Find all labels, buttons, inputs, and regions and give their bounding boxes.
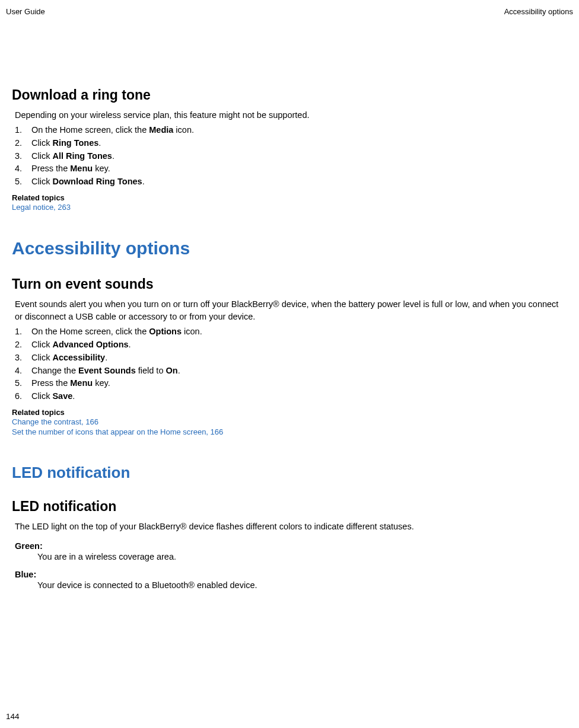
- section2-intro: Event sounds alert you when you turn on …: [12, 298, 567, 323]
- definition: You are in a wireless coverage area.: [15, 552, 567, 561]
- related-heading: Related topics: [12, 408, 567, 417]
- section1-intro: Depending on your wireless service plan,…: [12, 109, 567, 122]
- step: Click Ring Tones.: [15, 137, 567, 150]
- section3-major: LED notification: [12, 464, 567, 482]
- step: Press the Menu key.: [15, 162, 567, 175]
- header-left: User Guide: [6, 7, 45, 16]
- section1-steps: On the Home screen, click the Media icon…: [12, 124, 567, 189]
- step: Press the Menu key.: [15, 377, 567, 390]
- step: Click Accessibility.: [15, 352, 567, 365]
- step: Click Save.: [15, 390, 567, 403]
- page-number: 144: [6, 712, 20, 721]
- step: On the Home screen, click the Media icon…: [15, 124, 567, 137]
- step: Click All Ring Tones.: [15, 150, 567, 163]
- section1-related: Related topics Legal notice, 263: [12, 193, 567, 213]
- section1-title: Download a ring tone: [12, 87, 567, 103]
- section3-intro: The LED light on the top of your BlackBe…: [12, 521, 567, 533]
- step: Click Advanced Options.: [15, 339, 567, 352]
- related-link[interactable]: Change the contrast, 166: [12, 417, 567, 427]
- section2-title: Turn on event sounds: [12, 276, 567, 292]
- related-heading: Related topics: [12, 193, 567, 202]
- section2-major: Accessibility options: [12, 238, 567, 258]
- section2-steps: On the Home screen, click the Options ic…: [12, 325, 567, 403]
- step: Click Download Ring Tones.: [15, 175, 567, 189]
- related-link[interactable]: Legal notice, 263: [12, 202, 567, 213]
- step: Change the Event Sounds field to On.: [15, 365, 567, 378]
- header-right: Accessibility options: [504, 7, 573, 16]
- related-link[interactable]: Set the number of icons that appear on t…: [12, 427, 567, 438]
- term: Green:: [15, 541, 567, 551]
- step: On the Home screen, click the Options ic…: [15, 325, 567, 339]
- definition-list: Green: You are in a wireless coverage ar…: [12, 541, 567, 590]
- section2-related: Related topics Change the contrast, 166 …: [12, 408, 567, 438]
- definition: Your device is connected to a Bluetooth®…: [15, 580, 567, 590]
- term: Blue:: [15, 570, 567, 579]
- section3-title: LED notification: [12, 499, 567, 515]
